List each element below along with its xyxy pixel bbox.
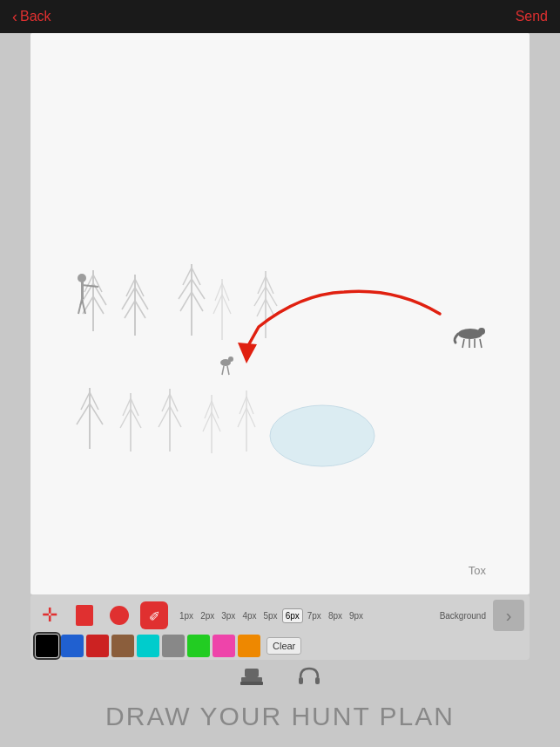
size-1px[interactable]: 1px	[177, 609, 196, 622]
size-2px[interactable]: 2px	[198, 609, 217, 622]
svg-line-47	[131, 409, 141, 428]
size-7px[interactable]: 7px	[305, 609, 324, 622]
svg-line-37	[266, 299, 274, 316]
toolbar: ✛ ✏ 1px 2px 3px 4px 5px 6px 7px 8px 9px	[30, 594, 530, 660]
move-tool-button[interactable]: ✛	[36, 601, 64, 629]
size-3px[interactable]: 3px	[219, 609, 238, 622]
svg-rect-79	[315, 677, 320, 684]
color-pink[interactable]	[213, 635, 235, 657]
color-palette: Clear	[36, 635, 524, 657]
size-options: 1px 2px 3px 4px 5px 6px 7px 8px 9px	[177, 608, 440, 623]
svg-rect-75	[241, 677, 262, 682]
move-icon: ✛	[42, 604, 57, 627]
svg-line-56	[203, 412, 212, 431]
svg-line-61	[238, 408, 246, 427]
svg-rect-77	[240, 682, 263, 685]
color-red[interactable]	[86, 635, 109, 657]
svg-line-46	[120, 409, 131, 428]
top-bar: ‹ Back Send	[0, 0, 560, 33]
rect-icon	[76, 605, 93, 626]
svg-rect-0	[81, 282, 84, 299]
svg-line-20	[183, 268, 192, 285]
svg-line-45	[131, 398, 138, 416]
color-green[interactable]	[187, 635, 210, 657]
svg-line-73	[480, 339, 482, 348]
svg-point-67	[270, 405, 374, 466]
svg-line-65	[222, 366, 224, 375]
rect-tool-button[interactable]	[71, 601, 98, 629]
svg-line-57	[212, 412, 220, 431]
background-label: Background	[440, 611, 486, 621]
circle-tool-button[interactable]	[105, 601, 133, 629]
send-label: Send	[516, 9, 548, 24]
color-blue[interactable]	[61, 635, 84, 657]
clear-button[interactable]: Clear	[267, 637, 301, 655]
bottom-icons	[0, 660, 560, 691]
svg-rect-76	[245, 669, 259, 677]
color-black[interactable]	[36, 635, 58, 657]
pen-tool-button[interactable]: ✏	[140, 601, 168, 629]
svg-point-69	[478, 328, 485, 335]
next-arrow-icon: ›	[506, 606, 512, 626]
svg-line-29	[213, 295, 222, 314]
color-orange[interactable]	[238, 635, 260, 657]
back-chevron-icon: ‹	[12, 8, 17, 26]
svg-line-51	[159, 406, 170, 427]
color-cyan[interactable]	[137, 635, 159, 657]
svg-marker-74	[238, 343, 257, 363]
svg-line-33	[266, 276, 273, 294]
audio-button[interactable]	[293, 660, 325, 691]
svg-line-21	[192, 268, 200, 285]
tool-icons: ✛ ✏	[36, 601, 168, 629]
svg-line-32	[258, 276, 266, 294]
canvas-svg	[30, 33, 530, 594]
svg-line-44	[123, 398, 131, 416]
color-brown[interactable]	[111, 635, 134, 657]
svg-line-3	[78, 299, 82, 314]
size-4px[interactable]: 4px	[240, 609, 259, 622]
svg-line-36	[257, 299, 266, 316]
svg-line-66	[227, 366, 229, 375]
footer-text: DRAW YOUR HUNT PLAN	[0, 702, 560, 731]
size-6px[interactable]: 6px	[282, 608, 303, 623]
pen-icon: ✏	[145, 606, 165, 626]
next-button[interactable]: ›	[493, 600, 524, 631]
color-gray[interactable]	[162, 635, 185, 657]
svg-line-62	[246, 408, 255, 427]
drawing-canvas[interactable]: Tox	[30, 33, 530, 594]
svg-point-1	[78, 274, 86, 282]
svg-line-52	[170, 406, 181, 427]
svg-point-64	[228, 357, 233, 362]
size-9px[interactable]: 9px	[347, 609, 366, 622]
size-8px[interactable]: 8px	[326, 609, 345, 622]
svg-line-39	[81, 392, 90, 410]
svg-line-2	[82, 285, 98, 287]
svg-line-40	[90, 392, 98, 410]
back-label: Back	[20, 9, 51, 24]
circle-icon	[110, 606, 129, 625]
size-5px[interactable]: 5px	[261, 609, 280, 622]
send-button[interactable]: Send	[516, 9, 548, 24]
back-button[interactable]: ‹ Back	[12, 8, 51, 26]
tox-label: Tox	[469, 564, 486, 577]
svg-line-30	[222, 295, 231, 314]
svg-line-70	[462, 339, 464, 348]
stamp-tool-button[interactable]	[236, 660, 267, 691]
stamp-icon	[238, 662, 266, 689]
headphones-icon	[295, 662, 323, 689]
svg-rect-78	[299, 677, 303, 684]
